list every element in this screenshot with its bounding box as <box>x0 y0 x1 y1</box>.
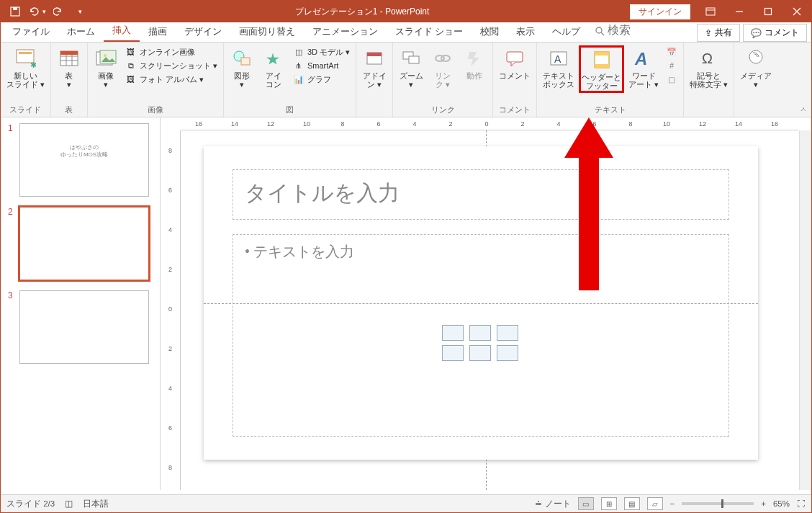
link-button[interactable]: リン ク ▾ <box>428 45 458 90</box>
insert-smartart-icon[interactable] <box>497 325 518 341</box>
zoom-button[interactable]: ズーム ▾ <box>396 45 426 90</box>
comment-button[interactable]: コメント <box>496 45 533 81</box>
thumb-num-2: 2 <box>8 207 15 280</box>
symbols-button[interactable]: Ω 記号と 特殊文字 ▾ <box>687 45 731 90</box>
insert-table-icon[interactable] <box>442 325 464 341</box>
link-label: リン ク ▾ <box>435 71 451 89</box>
horizontal-ruler: 1614121086420246810121416 <box>181 117 798 130</box>
tab-view[interactable]: 表示 <box>508 22 543 42</box>
tab-review[interactable]: 校閲 <box>472 22 508 42</box>
language-indicator[interactable]: 日本語 <box>83 499 109 509</box>
photo-album-button[interactable]: 🖼フォト アルバム ▾ <box>122 73 220 86</box>
slide-canvas[interactable]: タイトルを入力 テキストを入力 <box>204 146 758 460</box>
smartart-label: SmartArt <box>307 61 338 70</box>
tell-me-search[interactable]: 検索 <box>589 19 636 42</box>
ribbon-collapse-icon[interactable]: ㅅ <box>800 104 807 115</box>
group-tables: 表 ▾ 表 <box>51 43 88 117</box>
ribbon-display-icon[interactable] <box>696 1 725 22</box>
reading-view-icon[interactable]: ▤ <box>624 497 640 510</box>
thumb-slide-1[interactable]: はやぶさのゆったりMOS攻略 <box>19 123 149 197</box>
addins-button[interactable]: アドイ ン ▾ <box>359 45 389 90</box>
notes-button[interactable]: ≐ ノート <box>535 499 570 509</box>
slide-number-icon: # <box>666 60 677 71</box>
minimize-icon[interactable] <box>725 1 754 22</box>
action-label: 動作 <box>466 71 482 80</box>
object-button[interactable]: ▢ <box>663 73 680 86</box>
fit-window-icon[interactable]: ⛶ <box>797 499 806 508</box>
thumb-slide-2[interactable] <box>19 207 149 280</box>
close-icon[interactable] <box>782 1 811 22</box>
thumb-slide-3[interactable] <box>19 290 149 364</box>
media-button[interactable]: メディア ▾ <box>737 45 775 90</box>
tab-transitions[interactable]: 画面切り替え <box>230 22 304 42</box>
smartart-button[interactable]: ⋔SmartArt <box>290 59 353 72</box>
tab-design[interactable]: デザイン <box>176 22 230 42</box>
action-button[interactable]: 動作 <box>459 45 490 81</box>
accessibility-icon[interactable]: ◫ <box>65 499 73 509</box>
thumbnail-2[interactable]: 2 <box>8 207 153 280</box>
chart-button[interactable]: 📊グラフ <box>290 73 353 86</box>
header-footer-button[interactable]: ヘッダーと フッター <box>579 45 624 93</box>
tab-help[interactable]: ヘルプ <box>543 22 589 42</box>
thumbnail-1[interactable]: 1 はやぶさのゆったりMOS攻略 <box>8 123 153 197</box>
slideshow-view-icon[interactable]: ▱ <box>647 497 663 510</box>
tab-slideshow[interactable]: スライド ショー <box>387 22 472 42</box>
svg-rect-5 <box>765 9 772 15</box>
group-symbols: Ω 記号と 特殊文字 ▾ <box>684 43 734 117</box>
tab-insert[interactable]: 挿入 <box>104 21 140 42</box>
zoom-percent[interactable]: 65% <box>773 499 790 508</box>
tab-draw[interactable]: 描画 <box>140 22 176 42</box>
tab-home[interactable]: ホーム <box>58 22 104 42</box>
pictures-button[interactable]: 画像 ▾ <box>91 45 121 90</box>
group-illustrations: 図形 ▾ アイ コン ◫3D モデル ▾ ⋔SmartArt 📊グラフ 図 <box>224 43 356 117</box>
comment-label: コメント <box>764 27 799 39</box>
new-slide-button[interactable]: ✱ 新しい スライド ▾ <box>4 45 48 90</box>
shapes-button[interactable]: 図形 ▾ <box>227 45 257 90</box>
signin-button[interactable]: サインイン <box>630 4 690 19</box>
window-title: プレゼンテーション1 - PowerPoint <box>94 6 630 18</box>
addins-label: アドイ ン ▾ <box>363 71 387 89</box>
sorter-view-icon[interactable]: ⊞ <box>601 497 617 510</box>
qat-customize-icon[interactable]: ▾ <box>70 2 90 21</box>
insert-video-icon[interactable] <box>497 345 518 361</box>
redo-icon[interactable] <box>48 2 68 21</box>
comments-button[interactable]: 💬コメント <box>743 24 807 42</box>
slide-number-button[interactable]: # <box>663 59 680 72</box>
zoom-slider[interactable] <box>682 502 754 505</box>
comment-ribbon-icon <box>503 47 526 70</box>
textbox-button[interactable]: A テキスト ボックス <box>540 45 577 90</box>
model3d-label: 3D モデル ▾ <box>307 47 350 58</box>
svg-rect-35 <box>595 64 609 68</box>
date-time-button[interactable]: 📅 <box>663 45 680 58</box>
zoom-out-button[interactable]: − <box>670 499 675 508</box>
normal-view-icon[interactable]: ▭ <box>578 497 594 510</box>
maximize-icon[interactable] <box>754 1 782 22</box>
wordart-button[interactable]: A ワード アート ▾ <box>626 45 662 90</box>
slide-editor[interactable]: 1614121086420246810121416 864202468 タイトル… <box>161 117 811 490</box>
symbols-icon: Ω <box>698 47 721 70</box>
tab-animations[interactable]: アニメーション <box>304 22 387 42</box>
icons-button[interactable]: アイ コン <box>258 45 289 90</box>
body-placeholder[interactable]: テキストを入力 <box>233 234 729 437</box>
photo-album-label: フォト アルバム ▾ <box>140 74 204 85</box>
zoom-in-button[interactable]: + <box>761 499 766 508</box>
table-button[interactable]: 表 ▾ <box>54 45 84 90</box>
share-button[interactable]: ⇪共有 <box>697 24 740 42</box>
screenshot-button[interactable]: ⧉スクリーンショット ▾ <box>122 59 220 72</box>
online-pictures-button[interactable]: 🖼オンライン画像 <box>122 45 220 58</box>
insert-picture-icon[interactable] <box>442 345 464 361</box>
svg-rect-18 <box>60 51 78 55</box>
save-icon[interactable] <box>5 2 25 21</box>
undo-icon[interactable]: ▾ <box>27 2 47 21</box>
insert-chart-icon[interactable] <box>469 325 491 341</box>
model3d-button[interactable]: ◫3D モデル ▾ <box>290 45 353 58</box>
title-placeholder[interactable]: タイトルを入力 <box>233 169 729 220</box>
group-slides-label: スライド <box>4 103 48 117</box>
tab-file[interactable]: ファイル <box>4 22 58 42</box>
thumbnail-3[interactable]: 3 <box>8 290 153 364</box>
vertical-scrollbar[interactable] <box>799 130 811 490</box>
group-media: メディア ▾ <box>734 43 777 117</box>
slide-counter: スライド 2/3 <box>6 499 55 509</box>
insert-online-picture-icon[interactable] <box>469 345 491 361</box>
date-time-icon: 📅 <box>666 46 677 58</box>
